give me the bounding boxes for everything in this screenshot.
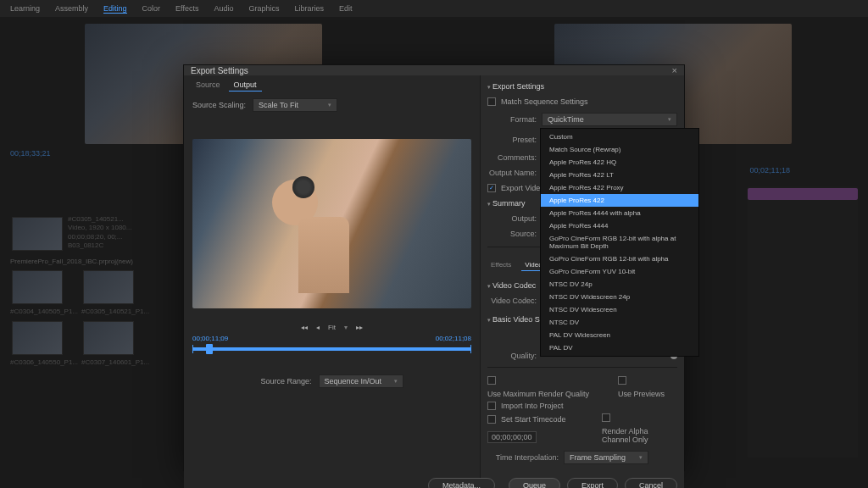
- tab-output[interactable]: Output: [229, 79, 262, 92]
- time-interp-dropdown[interactable]: Frame Sampling: [564, 451, 648, 464]
- bg-program-timecode: 00;02;11;18: [749, 166, 790, 175]
- source-range-label: Source Range:: [260, 377, 311, 385]
- use-max-render-label: Use Maximum Render Quality: [487, 390, 589, 398]
- media-label: #C0305_140521_P1...: [81, 308, 149, 316]
- export-video-label: Export Video: [501, 184, 544, 192]
- render-alpha-checkbox[interactable]: [602, 413, 610, 422]
- use-previews-label: Use Previews: [618, 390, 665, 398]
- in-timecode[interactable]: 00;00;11;09: [192, 335, 228, 342]
- step-forward-icon[interactable]: ▸▸: [356, 324, 363, 331]
- media-thumbnail[interactable]: [12, 270, 63, 304]
- tab-source[interactable]: Source: [191, 79, 225, 92]
- format-label: Format:: [487, 115, 537, 124]
- video-codec-label: Video Codec:: [487, 297, 537, 305]
- step-back-icon[interactable]: ◂: [316, 324, 320, 331]
- render-alpha-label: Render Alpha Channel Only: [602, 427, 677, 444]
- go-to-in-icon[interactable]: ◂◂: [301, 324, 308, 331]
- use-max-render-checkbox[interactable]: [487, 376, 496, 385]
- preset-popup[interactable]: CustomMatch Source (Rewrap)Apple ProRes …: [540, 128, 699, 357]
- export-video-checkbox[interactable]: ✓: [487, 184, 496, 192]
- import-project-checkbox[interactable]: [487, 402, 496, 410]
- cancel-button[interactable]: Cancel: [625, 478, 677, 488]
- media-thumbnail[interactable]: [12, 321, 63, 355]
- media-thumbnail[interactable]: [83, 321, 134, 355]
- output-name-label: Output Name:: [487, 169, 537, 177]
- preset-option[interactable]: NTSC DV Widescreen 24p: [541, 291, 698, 303]
- export-settings-dialog: Export Settings × Source Output Source S…: [183, 64, 685, 471]
- preset-option[interactable]: NTSC DV Widescreen: [541, 303, 698, 316]
- out-timecode[interactable]: 00;02;11;08: [436, 335, 471, 342]
- format-dropdown[interactable]: QuickTime: [542, 113, 677, 126]
- preset-option[interactable]: GoPro CineForm RGB 12-bit with alpha at …: [541, 232, 698, 252]
- preset-option[interactable]: Apple ProRes 4444 with alpha: [541, 207, 698, 219]
- scaling-dropdown[interactable]: Scale To Fit: [253, 98, 337, 112]
- dialog-footer: Metadata... Queue Export Cancel: [481, 474, 677, 488]
- scrubber: ◂◂ ◂ Fit ▾ ▸▸ 00;00;11;09 00;02;11;08: [192, 324, 471, 356]
- preset-option[interactable]: GoPro CineForm RGB 12-bit with alpha: [541, 252, 698, 265]
- preset-option[interactable]: Apple ProRes 422 Proxy: [541, 181, 698, 194]
- timeline-panel[interactable]: [748, 186, 858, 458]
- export-button[interactable]: Export: [567, 478, 618, 488]
- source-summary-label: Source:: [487, 230, 537, 238]
- project-file-label: PremierePro_Fall_2018_IBC.prproj(new): [10, 258, 188, 265]
- source-range-dropdown[interactable]: Sequence In/Out: [319, 374, 403, 388]
- dialog-titlebar: Export Settings ×: [184, 65, 684, 75]
- preset-option[interactable]: PAL DV: [541, 341, 698, 354]
- preset-option[interactable]: Apple ProRes 4444: [541, 219, 698, 232]
- media-label: #C0306_140550_P1...: [10, 358, 78, 367]
- preset-option[interactable]: Apple ProRes 422: [541, 194, 698, 207]
- time-interp-label: Time Interpolation:: [487, 453, 559, 462]
- match-sequence-checkbox[interactable]: [487, 97, 496, 106]
- bg-source-timecode: 00;18;33;21: [10, 149, 51, 158]
- scaling-label: Source Scaling:: [192, 101, 246, 109]
- preset-option[interactable]: GoPro CineForm YUV 10-bit: [541, 265, 698, 278]
- start-tc-value[interactable]: 00;00;00;00: [487, 431, 537, 443]
- transport-controls[interactable]: ◂◂ ◂ Fit ▾ ▸▸: [192, 324, 471, 331]
- clip-thumbnail[interactable]: [12, 217, 63, 251]
- output-summary-label: Output:: [487, 214, 537, 223]
- preset-option[interactable]: Apple ProRes 422 HQ: [541, 156, 698, 169]
- preview-panel: Source Output Source Scaling: Scale To F…: [184, 75, 481, 488]
- import-project-label: Import Into Project: [501, 402, 564, 410]
- comments-label: Comments:: [487, 153, 537, 162]
- clip-metadata: #C0305_140521... Video, 1920 x 1080... 0…: [68, 215, 131, 251]
- settings-panel: Export Settings Match Sequence Settings …: [481, 75, 684, 488]
- match-sequence-label: Match Sequence Settings: [501, 97, 588, 106]
- media-label: #C0307_140601_P1...: [81, 358, 149, 367]
- play-icon[interactable]: Fit: [328, 324, 336, 331]
- project-panel: #C0305_140521... Video, 1920 x 1080... 0…: [10, 212, 188, 466]
- preset-option[interactable]: PAL DV Widescreen: [541, 329, 698, 341]
- export-settings-header[interactable]: Export Settings: [487, 80, 677, 92]
- scrub-track[interactable]: [192, 347, 471, 351]
- dialog-title: Export Settings: [191, 66, 248, 75]
- media-label: #C0304_140505_P1...: [10, 308, 78, 316]
- preset-label: Preset:: [487, 136, 537, 144]
- preset-option[interactable]: Custom: [541, 130, 698, 143]
- preset-option[interactable]: Apple ProRes 422 LT: [541, 169, 698, 181]
- use-previews-checkbox[interactable]: [618, 376, 626, 385]
- media-thumbnail[interactable]: [83, 270, 134, 304]
- preview-video: [192, 139, 471, 308]
- preset-option[interactable]: Match Source (Rewrap): [541, 143, 698, 156]
- preset-option[interactable]: NTSC DV 24p: [541, 278, 698, 291]
- set-start-tc-checkbox[interactable]: [487, 415, 496, 424]
- preset-option[interactable]: NTSC DV: [541, 316, 698, 329]
- metadata-button[interactable]: Metadata...: [428, 478, 495, 488]
- set-start-tc-label: Set Start Timecode: [501, 415, 566, 424]
- settings-tab-effects[interactable]: Effects: [487, 259, 515, 271]
- close-icon[interactable]: ×: [672, 65, 677, 75]
- queue-button[interactable]: Queue: [509, 478, 560, 488]
- quality-label: Quality:: [487, 352, 537, 360]
